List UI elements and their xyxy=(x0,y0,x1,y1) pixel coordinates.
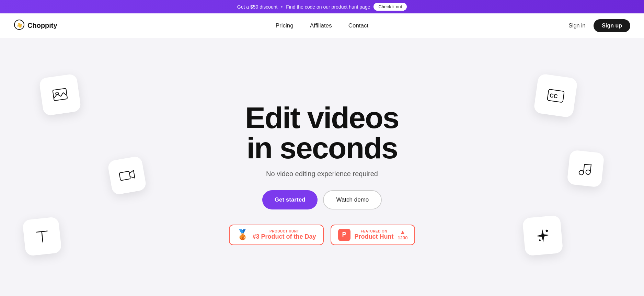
card-image xyxy=(39,73,81,116)
nav-right: Sign in Sign up xyxy=(568,19,630,32)
svg-point-10 xyxy=(586,170,590,174)
vote-arrow-icon: ▲ xyxy=(400,229,405,235)
hero-section: CC Edit videos in seconds No video editi… xyxy=(0,38,644,296)
badge-1-text: PRODUCT HUNT #3 Product of the Day xyxy=(253,229,316,240)
card-sparkle xyxy=(522,215,563,256)
svg-line-12 xyxy=(590,164,591,172)
badge-2-label-main: Product Hunt xyxy=(355,233,394,240)
banner-separator: • xyxy=(281,4,283,10)
nav-links: Pricing Affiliates Contact xyxy=(276,22,369,29)
badges-section: 🥉 PRODUCT HUNT #3 Product of the Day P F… xyxy=(229,225,415,245)
hero-buttons: Get started Watch demo xyxy=(229,190,415,209)
svg-text:👋: 👋 xyxy=(16,22,23,28)
card-video xyxy=(107,156,147,195)
nav-affiliates[interactable]: Affiliates xyxy=(310,22,332,29)
badge-2-label-top: FEATURED ON xyxy=(355,229,394,233)
image-icon xyxy=(50,85,70,105)
cc-icon: CC xyxy=(545,86,566,106)
sign-up-button[interactable]: Sign up xyxy=(594,19,630,32)
svg-line-6 xyxy=(42,231,43,242)
badge-2-text: FEATURED ON Product Hunt xyxy=(355,229,394,240)
video-icon xyxy=(117,165,137,186)
badge-vote-count: ▲ 1230 xyxy=(398,229,408,240)
nav-pricing[interactable]: Pricing xyxy=(276,22,294,29)
logo[interactable]: 👋 Choppity xyxy=(14,19,57,32)
card-music xyxy=(567,150,605,187)
banner-cta-button[interactable]: Check it out xyxy=(373,3,407,11)
svg-line-13 xyxy=(584,163,591,165)
card-text xyxy=(22,217,62,256)
hero-subtitle: No video editing experience required xyxy=(229,170,415,178)
sign-in-button[interactable]: Sign in xyxy=(568,23,585,29)
nav-contact[interactable]: Contact xyxy=(348,22,369,29)
producthunt-badge-2[interactable]: P FEATURED ON Product Hunt ▲ 1230 xyxy=(331,225,415,245)
producthunt-badge-1[interactable]: 🥉 PRODUCT HUNT #3 Product of the Day xyxy=(229,225,324,245)
top-banner: Get a $50 discount • Find the code on ou… xyxy=(0,0,644,13)
watch-demo-button[interactable]: Watch demo xyxy=(323,190,382,209)
card-cc: CC xyxy=(533,73,578,118)
vote-count: 1230 xyxy=(398,235,408,240)
navbar: 👋 Choppity Pricing Affiliates Contact Si… xyxy=(0,13,644,38)
ph-icon: P xyxy=(338,229,350,241)
svg-point-9 xyxy=(579,170,584,175)
svg-point-14 xyxy=(545,229,548,232)
get-started-button[interactable]: Get started xyxy=(262,190,318,209)
logo-text: Choppity xyxy=(27,22,57,30)
svg-point-15 xyxy=(539,239,541,241)
music-icon xyxy=(576,159,595,178)
banner-description: Find the code on our product hunt page xyxy=(286,4,370,10)
badge-1-label-main: #3 Product of the Day xyxy=(253,233,316,240)
svg-line-11 xyxy=(584,164,585,173)
svg-rect-4 xyxy=(119,171,130,180)
sparkle-icon xyxy=(533,226,552,245)
logo-icon: 👋 xyxy=(14,19,25,32)
hero-title: Edit videos in seconds xyxy=(229,103,415,163)
hero-content: Edit videos in seconds No video editing … xyxy=(229,103,415,245)
badge-1-label-top: PRODUCT HUNT xyxy=(253,229,316,233)
text-icon xyxy=(32,227,52,246)
banner-text: Get a $50 discount xyxy=(237,4,278,10)
medal-icon: 🥉 xyxy=(237,229,249,240)
choppity-logo-icon: 👋 xyxy=(14,19,25,30)
svg-text:CC: CC xyxy=(549,92,558,99)
